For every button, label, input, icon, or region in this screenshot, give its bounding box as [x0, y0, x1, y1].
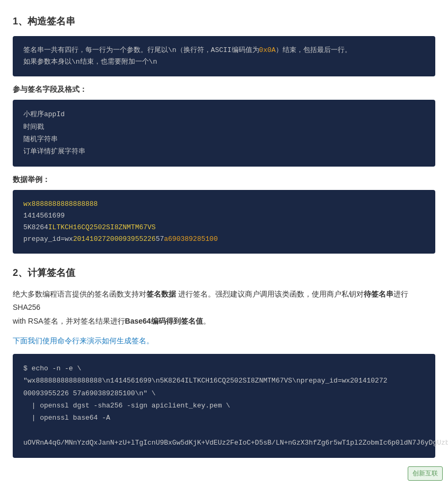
cmd-line2: "wx8888888888888888\n1414561699\n5K8264I…	[23, 375, 425, 387]
example-prepay-mid: 57	[156, 235, 164, 243]
example-prepay-prefix: prepay_id=wx	[23, 235, 73, 243]
desc-highlight-hex: 0x0A	[259, 46, 276, 54]
body-strong1: 签名数据	[146, 290, 176, 298]
body-part4: 。	[203, 317, 210, 325]
example-prepay-end: a690389285100	[164, 235, 217, 243]
section-2-link[interactable]: 下面我们使用命令行来演示如何生成签名。	[13, 334, 435, 348]
section-1: 1、构造签名串 签名串一共有四行，每一行为一个参数。行尾以\n（换行符，ASCI…	[13, 15, 435, 254]
cmd-line3: 00093955226 57a690389285100\n" \	[23, 387, 425, 400]
cmd-line4: | openssl dgst -sha256 -sign apiclient_k…	[23, 400, 425, 412]
cmd-line5: | openssl base64 -A	[23, 412, 425, 424]
desc-line1-end: ）结束，包括最后一行。	[276, 46, 352, 54]
field-timestamp: 时间戳	[23, 121, 425, 133]
watermark: 创新互联	[408, 466, 443, 481]
section-1-title: 1、构造签名串	[13, 15, 435, 28]
section-2-title: 2、计算签名值	[13, 266, 435, 279]
description-block: 签名串一共有四行，每一行为一个参数。行尾以\n（换行符，ASCII编码值为0x0…	[13, 36, 435, 76]
example-line2: 1414561699	[23, 210, 425, 222]
result-text: uOVRnA4qG/MNnYzdQxJanN+zU+lTgIcnU9BxGw5d…	[23, 437, 425, 449]
body-part1: 绝大多数编程语言提供的签名函数支持对	[13, 290, 146, 298]
body-part2: 进行签名。强烈建议商户调用该类函数，使用商户私钥对	[176, 290, 364, 298]
field-appid: 小程序appId	[23, 108, 425, 120]
example-block: wx8888888888888888 1414561699 5K8264ILTK…	[13, 190, 435, 254]
desc-line2: 如果参数本身以\n结束，也需要附加一个\n	[23, 58, 157, 66]
example-prepay-highlight: 20141027200093955226	[73, 235, 156, 243]
cmd-line1: $ echo -n -e \	[23, 362, 425, 375]
example-nonce-highlight: ILTKCH16CQ2502SI8ZNMTM67VS	[48, 223, 156, 231]
watermark-label: 创新互联	[412, 470, 438, 477]
fields-label: 参与签名字段及格式：	[13, 85, 435, 94]
body-strong3: Base64编码得到签名值	[125, 317, 203, 325]
example-appid: wx8888888888888888	[23, 200, 98, 208]
body-strong2: 待签名串	[364, 290, 393, 298]
section-2-body: 绝大多数编程语言提供的签名函数支持对签名数据 进行签名。强烈建议商户调用该类函数…	[13, 288, 435, 328]
fields-block: 小程序appId 时间戳 随机字符串 订单详情扩展字符串	[13, 100, 435, 167]
example-line3: 5K8264ILTKCH16CQ2502SI8ZNMTM67VS	[23, 222, 425, 233]
example-label: 数据举例：	[13, 175, 435, 185]
example-line4: prepay_id=wx2014102720009395522657a69038…	[23, 233, 425, 245]
example-line1: wx8888888888888888	[23, 198, 425, 210]
example-timestamp: 1414561699	[23, 212, 65, 220]
command-block: $ echo -n -e \ "wx8888888888888888\n1414…	[13, 354, 435, 458]
section-2: 2、计算签名值 绝大多数编程语言提供的签名函数支持对签名数据 进行签名。强烈建议…	[13, 266, 435, 457]
field-order: 订单详情扩展字符串	[23, 145, 425, 158]
field-nonce: 随机字符串	[23, 133, 425, 145]
example-nonce-prefix: 5K8264	[23, 223, 48, 231]
desc-line1-text: 签名串一共有四行，每一行为一个参数。行尾以\n（换行符，ASCII编码值为	[23, 46, 259, 54]
